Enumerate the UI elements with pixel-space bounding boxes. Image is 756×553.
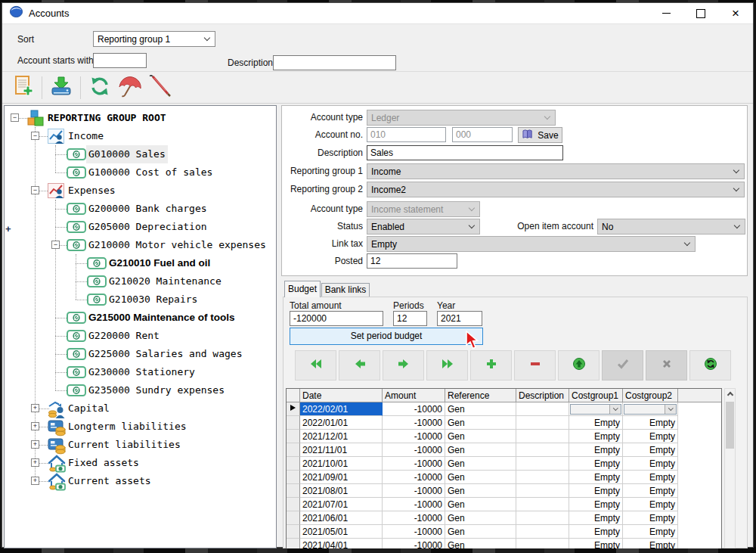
amount-cell[interactable]: -10000 — [383, 402, 445, 416]
account-starts-with-input[interactable] — [93, 53, 147, 68]
tree-item[interactable]: G225000 Salaries and wages — [5, 345, 276, 363]
grid-column-header[interactable]: Description — [516, 389, 569, 402]
costgroup2-cell[interactable]: Empty — [623, 484, 678, 498]
total-amount-input[interactable] — [290, 311, 383, 326]
tree-item[interactable]: G210010 Fuel and oil — [5, 254, 276, 272]
minimize-button[interactable] — [649, 3, 683, 23]
costgroup1-cell[interactable]: Empty — [569, 539, 623, 548]
tree-item[interactable]: +Current liabilities — [5, 436, 276, 454]
date-cell[interactable]: 2021/04/01 — [300, 539, 383, 548]
tree-item[interactable]: G210020 Maintenance — [5, 272, 276, 290]
last-record-button[interactable] — [426, 350, 468, 381]
costgroup1-cell[interactable]: Empty — [569, 498, 623, 511]
description-input[interactable] — [367, 145, 563, 160]
amount-cell[interactable]: -10000 — [383, 457, 445, 471]
link-tax-select[interactable]: Empty — [367, 236, 696, 252]
year-input[interactable] — [437, 311, 482, 326]
delete-record-button[interactable] — [514, 350, 556, 381]
date-cell[interactable]: 2021/09/01 — [300, 471, 383, 484]
costgroup1-cell[interactable]: Empty — [569, 430, 623, 443]
date-cell[interactable]: 2021/08/01 — [300, 484, 383, 498]
costgroup2-cell[interactable]: Empty — [623, 471, 678, 484]
description-cell[interactable] — [516, 471, 569, 484]
reporting-group2-select[interactable]: Income2 — [367, 182, 745, 197]
close-button[interactable]: × — [718, 3, 753, 23]
description-cell[interactable] — [516, 484, 569, 498]
next-record-button[interactable] — [383, 350, 424, 381]
costgroup2-cell[interactable]: Empty — [623, 525, 678, 539]
tree-item[interactable]: G215000 Maintenance of tools — [5, 309, 276, 327]
refresh-record-button[interactable] — [689, 350, 731, 381]
description-cell[interactable] — [516, 402, 569, 416]
tree-item[interactable]: G210030 Repairs — [5, 290, 276, 309]
date-cell[interactable]: 2021/06/01 — [300, 511, 383, 525]
costgroup2-cell[interactable]: Empty — [623, 457, 678, 471]
description-cell[interactable] — [516, 511, 569, 525]
description-cell[interactable] — [516, 457, 569, 471]
tree-item[interactable]: G235000 Sundry expenses — [5, 381, 276, 399]
description-cell[interactable] — [516, 525, 569, 539]
date-cell[interactable]: 2021/10/01 — [300, 457, 383, 471]
tab-bank-links[interactable]: Bank links — [321, 283, 370, 297]
description-filter-input[interactable] — [273, 55, 396, 70]
tree-item[interactable]: +Capital — [5, 399, 276, 418]
costgroup2-cell[interactable]: Empty — [623, 511, 678, 525]
posted-input[interactable] — [367, 253, 457, 269]
sort-select[interactable]: Reporting group 1 — [93, 31, 215, 47]
grid-column-header[interactable]: Date — [300, 389, 383, 402]
costgroup1-cell[interactable]: Empty — [569, 525, 623, 539]
costgroup2-cell[interactable]: Empty — [623, 443, 678, 457]
tree-expand-icon[interactable]: + — [31, 404, 39, 412]
tree-collapse-icon[interactable]: − — [31, 186, 39, 194]
reference-cell[interactable]: Gen — [445, 484, 516, 498]
tree-item[interactable]: G205000 Depreciation — [5, 218, 276, 236]
amount-cell[interactable]: -10000 — [383, 498, 445, 511]
date-cell[interactable]: 2022/02/01 — [300, 402, 383, 416]
description-cell[interactable] — [516, 498, 569, 511]
cancel-record-button[interactable] — [646, 350, 687, 381]
tree-expand-icon[interactable]: + — [31, 458, 39, 467]
reference-cell[interactable]: Gen — [445, 457, 516, 471]
costgroup2-cell[interactable]: Empty — [623, 498, 678, 511]
tree-item[interactable]: G220000 Rent — [5, 327, 276, 345]
amount-cell[interactable]: -10000 — [383, 539, 445, 548]
reference-cell[interactable]: Gen — [445, 443, 516, 457]
costgroup1-cell[interactable]: Empty — [569, 457, 623, 471]
tree-item[interactable]: −REPORTING GROUP ROOT — [5, 109, 276, 127]
reference-cell[interactable]: Gen — [445, 416, 516, 430]
save-button[interactable]: Save — [518, 127, 562, 143]
description-cell[interactable] — [516, 539, 569, 548]
date-cell[interactable]: 2021/07/01 — [300, 498, 383, 511]
post-record-button[interactable] — [602, 350, 643, 381]
set-period-budget-button[interactable]: Set period budget — [290, 328, 483, 345]
date-cell[interactable]: 2021/05/01 — [300, 525, 383, 539]
prior-record-button[interactable] — [339, 350, 380, 381]
status-select[interactable]: Enabled — [367, 219, 480, 235]
tree-item[interactable]: G100000 Cost of sales — [5, 163, 276, 182]
umbrella-open-button[interactable] — [116, 74, 144, 101]
date-cell[interactable]: 2022/01/01 — [300, 416, 383, 430]
costgroup1-cell[interactable]: Empty — [569, 416, 623, 430]
scrollbar-thumb[interactable] — [726, 402, 734, 449]
description-cell[interactable] — [516, 430, 569, 443]
reference-cell[interactable]: Gen — [445, 539, 516, 548]
reference-cell[interactable]: Gen — [445, 471, 516, 484]
account-no-sub-input[interactable] — [452, 127, 513, 142]
tree-collapse-icon[interactable]: − — [11, 113, 19, 122]
costgroup1-cell[interactable]: Empty — [569, 484, 623, 498]
amount-cell[interactable]: -10000 — [383, 511, 445, 525]
insert-record-button[interactable] — [470, 350, 512, 381]
costgroup1-cell[interactable]: Empty — [569, 471, 623, 484]
costgroup2-combo[interactable] — [624, 404, 677, 415]
costgroup1-cell[interactable] — [569, 402, 623, 416]
tree-item[interactable]: +Current assets — [5, 472, 276, 490]
scroll-up-button[interactable] — [725, 389, 735, 400]
tree-item[interactable]: G230000 Stationery — [5, 363, 276, 381]
refresh-button[interactable] — [85, 74, 114, 101]
reference-cell[interactable]: Gen — [445, 498, 516, 511]
edit-record-button[interactable] — [558, 350, 600, 381]
grid-column-header[interactable]: Costgroup1 — [569, 389, 623, 402]
reference-cell[interactable]: Gen — [445, 525, 516, 539]
umbrella-closed-button[interactable] — [146, 74, 175, 101]
description-cell[interactable] — [516, 416, 569, 430]
